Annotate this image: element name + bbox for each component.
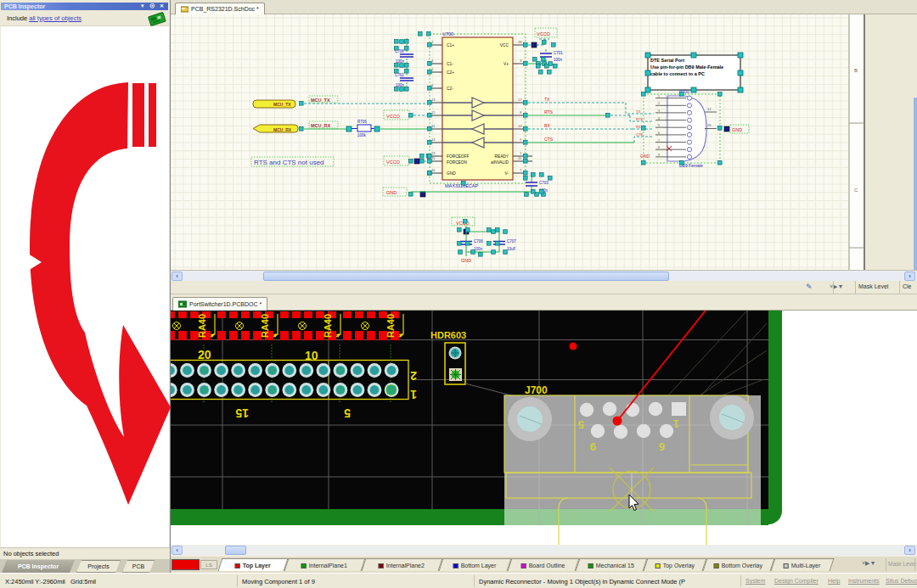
svg-text:1: 1 [673, 417, 679, 430]
svg-text:28: 28 [518, 40, 522, 44]
svg-text:MCU_TX: MCU_TX [311, 98, 330, 103]
svg-text:C2+: C2+ [447, 70, 454, 75]
svg-text:10uF: 10uF [507, 247, 516, 251]
svg-text:3: 3 [658, 109, 660, 113]
svg-text:5: 5 [658, 124, 660, 127]
svg-text:V-: V- [504, 171, 509, 176]
svg-text:1: 1 [658, 95, 660, 98]
svg-text:10: 10 [305, 349, 318, 362]
svg-text:5: 5 [578, 418, 584, 431]
svg-text:14: 14 [518, 124, 522, 128]
svg-text:C707: C707 [507, 239, 516, 244]
svg-text:B: B [854, 68, 858, 73]
svg-text:C1+: C1+ [447, 43, 454, 48]
svg-text:READY: READY [494, 154, 509, 159]
svg-text:6: 6 [659, 440, 665, 453]
svg-text:100k: 100k [357, 133, 367, 137]
svg-text:9: 9 [658, 154, 660, 157]
svg-text:GND: GND [732, 127, 742, 132]
svg-text:R706: R706 [357, 120, 367, 124]
svg-text:RX: RX [544, 123, 551, 128]
svg-text:5: 5 [344, 406, 351, 420]
svg-text:2: 2 [410, 369, 417, 383]
svg-text:J700: J700 [525, 384, 548, 396]
svg-text:6: 6 [658, 132, 660, 135]
svg-text:RTS: RTS [544, 109, 554, 115]
svg-text:HDR603: HDR603 [430, 330, 466, 340]
svg-text:C2-: C2- [447, 87, 453, 91]
svg-text:VCC: VCC [500, 43, 509, 48]
svg-text:aINVALID: aINVALID [491, 160, 509, 165]
svg-text:VCCO: VCCO [386, 160, 401, 165]
svg-text:C703: C703 [539, 181, 549, 185]
svg-text:TX: TX [636, 109, 640, 114]
svg-text:C702: C702 [395, 73, 404, 77]
svg-text:13: 13 [431, 98, 436, 102]
svg-text:17: 17 [518, 98, 522, 102]
svg-text:RA40: RA40 [197, 314, 207, 338]
svg-text:4: 4 [658, 117, 660, 120]
svg-text:C: C [854, 188, 858, 193]
svg-text:FORCEOFF: FORCEOFF [447, 154, 469, 159]
svg-text:MCU_TX: MCU_TX [273, 102, 291, 107]
svg-text:C701: C701 [554, 51, 563, 55]
svg-text:U700: U700 [442, 31, 453, 36]
svg-text:Use pin-for-pin DB9 Male-Femal: Use pin-for-pin DB9 Male-Female [650, 64, 723, 70]
svg-text:RA40: RA40 [260, 314, 270, 338]
svg-text:12: 12 [431, 110, 436, 115]
svg-text:CTS: CTS [544, 137, 554, 142]
svg-text:23: 23 [431, 151, 436, 155]
svg-text:20: 20 [198, 348, 211, 361]
svg-text:9: 9 [590, 440, 596, 453]
svg-text:GND: GND [640, 154, 650, 159]
svg-text:RA40: RA40 [385, 314, 396, 338]
svg-text:cable to connect to a PC: cable to connect to a PC [650, 71, 705, 76]
svg-text:GND: GND [461, 258, 471, 263]
svg-text:16: 16 [431, 168, 436, 172]
svg-text:RX: RX [636, 125, 641, 129]
svg-text:RTS and CTS not used: RTS and CTS not used [254, 159, 324, 166]
svg-text:DTE Serial Port: DTE Serial Port [650, 58, 684, 63]
svg-text:25: 25 [431, 156, 436, 160]
svg-text:C706: C706 [474, 239, 483, 244]
svg-text:C1-: C1- [447, 62, 453, 66]
svg-text:RTS: RTS [636, 117, 643, 121]
svg-text:100n: 100n [554, 58, 563, 62]
svg-text:MCU_RX: MCU_RX [273, 127, 292, 132]
svg-text:V+: V+ [504, 62, 509, 66]
svg-text:15: 15 [235, 406, 249, 420]
svg-text:14: 14 [431, 137, 436, 142]
svg-text:GND: GND [386, 190, 397, 195]
svg-text:MCU_RX: MCU_RX [311, 123, 331, 128]
svg-text:8: 8 [658, 146, 660, 149]
svg-text:CTS: CTS [636, 132, 643, 137]
svg-text:GND: GND [447, 171, 456, 176]
svg-text:1: 1 [410, 388, 417, 401]
svg-text:VCCO: VCCO [386, 114, 401, 119]
svg-text:26: 26 [707, 123, 712, 127]
svg-text:2: 2 [658, 102, 660, 105]
svg-text:12: 12 [707, 107, 712, 111]
svg-text:VCCO: VCCO [537, 31, 551, 36]
svg-text:RA40: RA40 [323, 314, 333, 338]
svg-text:FORCEON: FORCEON [447, 160, 468, 165]
svg-text:7: 7 [658, 139, 660, 143]
svg-text:TX: TX [544, 97, 550, 102]
